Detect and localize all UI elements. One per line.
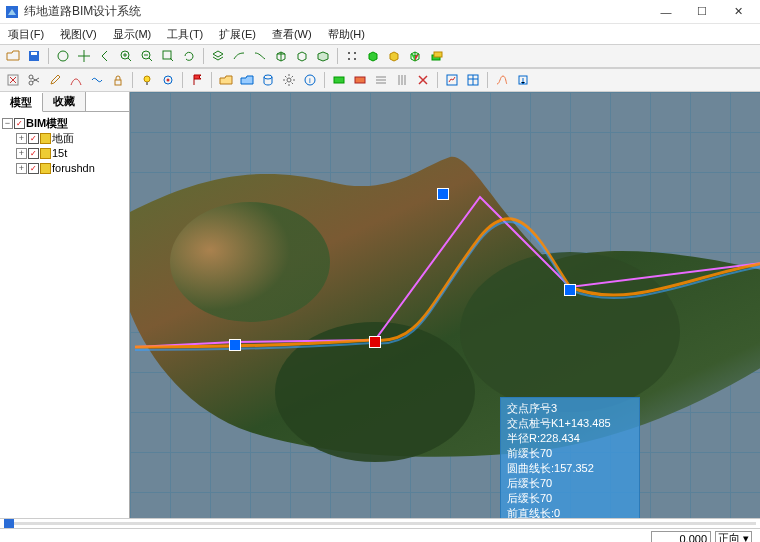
rotate-icon[interactable]	[180, 47, 198, 65]
svg-rect-16	[115, 80, 121, 85]
open-icon[interactable]	[4, 47, 22, 65]
viewport-3d[interactable]: 交点序号3 交点桩号K1+143.485 半径R:228.434 前缓长70 圆…	[130, 92, 760, 518]
menu-extend[interactable]: 扩展(E)	[213, 25, 262, 44]
menu-help[interactable]: 帮助(H)	[322, 25, 371, 44]
info-line: 前缓长70	[507, 446, 633, 461]
info-line: 交点序号3	[507, 401, 633, 416]
surface-2-icon[interactable]	[251, 47, 269, 65]
svg-text:i: i	[309, 76, 311, 85]
direction-select[interactable]: 正向▾	[715, 531, 752, 543]
svg-point-22	[287, 78, 291, 82]
info-line: 后缓长70	[507, 491, 633, 506]
target-icon[interactable]	[159, 71, 177, 89]
layers-icon[interactable]	[209, 47, 227, 65]
menu-view[interactable]: 视图(V)	[54, 25, 103, 44]
tree-node-ground[interactable]: 地面	[52, 131, 74, 146]
infobox: 交点序号3 交点桩号K1+143.485 半径R:228.434 前缓长70 圆…	[500, 397, 640, 518]
chevron-down-icon: ▾	[743, 532, 749, 542]
info-icon[interactable]: i	[301, 71, 319, 89]
svg-point-7	[348, 52, 350, 54]
tab-model[interactable]: 模型	[0, 93, 43, 112]
layer-green-icon[interactable]	[330, 71, 348, 89]
model-tree[interactable]: −✓BIM模型 +✓地面 +✓15t +✓forushdn	[0, 112, 129, 518]
info-line: 圆曲线长:157.352	[507, 461, 633, 476]
column-icon[interactable]	[393, 71, 411, 89]
cube-green-icon[interactable]	[364, 47, 382, 65]
svg-point-20	[167, 79, 170, 82]
pencil-icon[interactable]	[46, 71, 64, 89]
zoom-in-icon[interactable]	[117, 47, 135, 65]
curve-icon[interactable]	[88, 71, 106, 89]
terrain-surface	[130, 132, 760, 462]
path-icon[interactable]	[67, 71, 85, 89]
save-icon[interactable]	[25, 47, 43, 65]
folder-save-icon[interactable]	[238, 71, 256, 89]
zoom-window-icon[interactable]	[159, 47, 177, 65]
chart-icon[interactable]	[443, 71, 461, 89]
route-icon[interactable]	[493, 71, 511, 89]
flag-red-icon[interactable]	[188, 71, 206, 89]
window-title: 纬地道路BIM设计系统	[24, 3, 648, 20]
minimize-button[interactable]: —	[648, 0, 684, 24]
menu-project[interactable]: 项目(F)	[2, 25, 50, 44]
ip-point-5[interactable]	[564, 284, 576, 296]
tree-node-15t[interactable]: 15t	[52, 146, 67, 161]
numeric-input[interactable]	[651, 531, 711, 543]
tab-favorite[interactable]: 收藏	[43, 92, 86, 111]
cube-multi-icon[interactable]	[406, 47, 424, 65]
info-line: 前直线长:0	[507, 506, 633, 518]
svg-point-10	[354, 58, 356, 60]
bulb-icon[interactable]	[138, 71, 156, 89]
box3-icon[interactable]	[314, 47, 332, 65]
menu-tools[interactable]: 工具(T)	[161, 25, 209, 44]
cube-yellow-icon[interactable]	[385, 47, 403, 65]
info-line: 半径R:228.434	[507, 431, 633, 446]
cross-icon[interactable]	[414, 71, 432, 89]
timeline-slider[interactable]	[0, 518, 760, 528]
ip-point-2[interactable]	[229, 339, 241, 351]
titlebar: 纬地道路BIM设计系统 — ☐ ✕	[0, 0, 760, 24]
svg-rect-18	[146, 82, 148, 85]
cube-stack-icon[interactable]	[427, 47, 445, 65]
tree-node-forushdn[interactable]: forushdn	[52, 161, 95, 176]
nav-prev-icon[interactable]	[96, 47, 114, 65]
close-button[interactable]: ✕	[720, 0, 756, 24]
table-icon[interactable]	[464, 71, 482, 89]
points-icon[interactable]	[343, 47, 361, 65]
menu-display[interactable]: 显示(M)	[107, 25, 158, 44]
align-icon[interactable]	[372, 71, 390, 89]
pan-icon[interactable]	[75, 47, 93, 65]
menu-look[interactable]: 查看(W)	[266, 25, 318, 44]
folder-open-icon[interactable]	[217, 71, 235, 89]
ip-point-4[interactable]	[437, 188, 449, 200]
svg-point-30	[170, 202, 330, 322]
svg-point-3	[58, 51, 68, 61]
ip-point-3[interactable]	[369, 336, 381, 348]
gear-icon[interactable]	[280, 71, 298, 89]
db-icon[interactable]	[259, 71, 277, 89]
menubar: 项目(F) 视图(V) 显示(M) 工具(T) 扩展(E) 查看(W) 帮助(H…	[0, 24, 760, 44]
svg-rect-12	[434, 52, 442, 57]
tree-root[interactable]: BIM模型	[26, 116, 68, 131]
export-icon[interactable]	[514, 71, 532, 89]
box2-icon[interactable]	[293, 47, 311, 65]
lock-icon[interactable]	[109, 71, 127, 89]
app-icon	[4, 4, 20, 20]
toolbar-secondary: i	[0, 68, 760, 92]
view-reset-icon[interactable]	[54, 47, 72, 65]
svg-point-9	[348, 58, 350, 60]
svg-point-8	[354, 52, 356, 54]
svg-point-21	[264, 75, 272, 79]
svg-point-17	[144, 76, 150, 82]
slider-thumb[interactable]	[4, 519, 14, 528]
layer-red-icon[interactable]	[351, 71, 369, 89]
zoom-out-icon[interactable]	[138, 47, 156, 65]
tree-collapse-icon[interactable]	[4, 71, 22, 89]
svg-rect-6	[163, 51, 171, 59]
scissors-icon[interactable]	[25, 71, 43, 89]
maximize-button[interactable]: ☐	[684, 0, 720, 24]
surface-1-icon[interactable]	[230, 47, 248, 65]
side-panel: 模型 收藏 −✓BIM模型 +✓地面 +✓15t +✓forushdn	[0, 92, 130, 518]
info-line: 后缓长70	[507, 476, 633, 491]
box-icon[interactable]	[272, 47, 290, 65]
